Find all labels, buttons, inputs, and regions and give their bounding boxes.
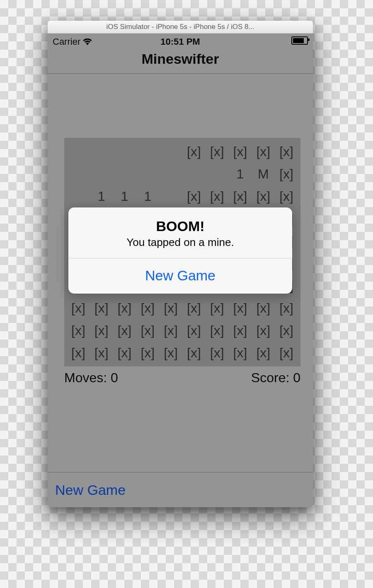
board-cell[interactable]: [x] xyxy=(67,297,90,319)
board-cell[interactable]: [x] xyxy=(275,163,298,185)
board-cell[interactable]: [x] xyxy=(113,319,136,342)
board-cell[interactable]: 1 xyxy=(113,185,136,207)
board-cell[interactable]: [x] xyxy=(252,319,275,342)
board-cell[interactable] xyxy=(113,140,136,163)
board-cell[interactable]: [x] xyxy=(206,297,229,319)
status-bar: Carrier 10:51 PM xyxy=(48,34,313,50)
board-cell[interactable]: [x] xyxy=(159,342,182,364)
board-cell[interactable]: [x] xyxy=(206,342,229,364)
board-cell[interactable]: M xyxy=(252,163,275,185)
board-cell[interactable]: [x] xyxy=(159,319,182,342)
status-left: Carrier xyxy=(53,36,92,47)
board-cell[interactable]: [x] xyxy=(252,342,275,364)
board-cell[interactable] xyxy=(67,185,90,207)
carrier-label: Carrier xyxy=(53,36,80,47)
score-label: Score: 0 xyxy=(251,370,300,386)
board-cell[interactable]: [x] xyxy=(275,319,298,342)
board-cell[interactable] xyxy=(182,163,206,185)
board-cell[interactable]: [x] xyxy=(90,319,113,342)
alert-title: BOOM! xyxy=(77,218,284,234)
board-cell[interactable] xyxy=(159,185,182,207)
board-cell[interactable]: [x] xyxy=(229,319,252,342)
board-cell[interactable] xyxy=(159,163,182,185)
board-cell[interactable] xyxy=(136,140,159,163)
board-cell[interactable]: [x] xyxy=(136,297,159,319)
board-cell[interactable]: [x] xyxy=(182,319,206,342)
board-cell[interactable]: [x] xyxy=(206,319,229,342)
status-right xyxy=(291,36,308,47)
board-cell[interactable]: [x] xyxy=(252,140,275,163)
board-cell[interactable]: [x] xyxy=(182,140,206,163)
board-cell[interactable]: [x] xyxy=(252,297,275,319)
board-cell[interactable] xyxy=(67,140,90,163)
board-cell[interactable] xyxy=(90,163,113,185)
board-cell[interactable]: [x] xyxy=(229,297,252,319)
board-cell[interactable]: [x] xyxy=(113,342,136,364)
wifi-icon xyxy=(83,39,92,45)
board-cell[interactable] xyxy=(90,140,113,163)
board-cell[interactable] xyxy=(206,163,229,185)
board-cell[interactable]: [x] xyxy=(159,297,182,319)
battery-icon xyxy=(291,36,308,45)
score-row: Moves: 0 Score: 0 xyxy=(64,370,300,386)
alert-new-game-button[interactable]: New Game xyxy=(68,258,292,294)
board-cell[interactable] xyxy=(159,140,182,163)
alert-dialog: BOOM! You tapped on a mine. New Game xyxy=(68,207,292,294)
nav-bar: Mineswifter xyxy=(48,50,313,74)
board-row: [x][x][x][x][x][x][x][x][x][x] xyxy=(67,297,298,319)
window-title: iOS Simulator - iPhone 5s - iPhone 5s / … xyxy=(48,21,313,34)
alert-message: You tapped on a mine. xyxy=(77,236,284,249)
board-cell[interactable]: [x] xyxy=(275,297,298,319)
board-cell[interactable]: [x] xyxy=(90,342,113,364)
board-row: 111[x][x][x][x][x] xyxy=(67,185,298,207)
board-cell[interactable] xyxy=(113,163,136,185)
board-cell[interactable]: [x] xyxy=(275,342,298,364)
device-screen: Carrier 10:51 PM Mineswifter xyxy=(48,34,313,507)
board-cell[interactable]: [x] xyxy=(182,342,206,364)
board-cell[interactable]: [x] xyxy=(90,297,113,319)
board-cell[interactable]: [x] xyxy=(206,140,229,163)
simulator-window: iOS Simulator - iPhone 5s - iPhone 5s / … xyxy=(48,21,313,507)
board-cell[interactable]: [x] xyxy=(182,297,206,319)
board-cell[interactable] xyxy=(67,163,90,185)
board-cell[interactable]: [x] xyxy=(275,185,298,207)
app-title: Mineswifter xyxy=(141,51,219,67)
board-cell[interactable]: [x] xyxy=(275,140,298,163)
alert-body: BOOM! You tapped on a mine. xyxy=(68,207,292,258)
board-cell[interactable]: [x] xyxy=(182,185,206,207)
board-cell[interactable]: [x] xyxy=(67,319,90,342)
board-cell[interactable]: [x] xyxy=(113,297,136,319)
board-row: [x][x][x][x][x][x][x][x][x][x] xyxy=(67,342,298,364)
board-cell[interactable]: 1 xyxy=(229,163,252,185)
new-game-button[interactable]: New Game xyxy=(55,482,126,498)
board-row: 1M[x] xyxy=(67,163,298,185)
board-cell[interactable]: [x] xyxy=(229,185,252,207)
board-cell[interactable]: 1 xyxy=(136,185,159,207)
board-row: [x][x][x][x][x][x][x][x][x][x] xyxy=(67,319,298,342)
board-cell[interactable] xyxy=(136,163,159,185)
board-cell[interactable]: [x] xyxy=(67,342,90,364)
board-cell[interactable]: 1 xyxy=(90,185,113,207)
board-cell[interactable]: [x] xyxy=(206,185,229,207)
board-cell[interactable]: [x] xyxy=(229,140,252,163)
moves-label: Moves: 0 xyxy=(64,370,118,386)
board-cell[interactable]: [x] xyxy=(252,185,275,207)
bottom-toolbar: New Game xyxy=(48,472,313,507)
board-cell[interactable]: [x] xyxy=(229,342,252,364)
board-row: [x][x][x][x][x] xyxy=(67,140,298,163)
board-cell[interactable]: [x] xyxy=(136,319,159,342)
board-cell[interactable]: [x] xyxy=(136,342,159,364)
